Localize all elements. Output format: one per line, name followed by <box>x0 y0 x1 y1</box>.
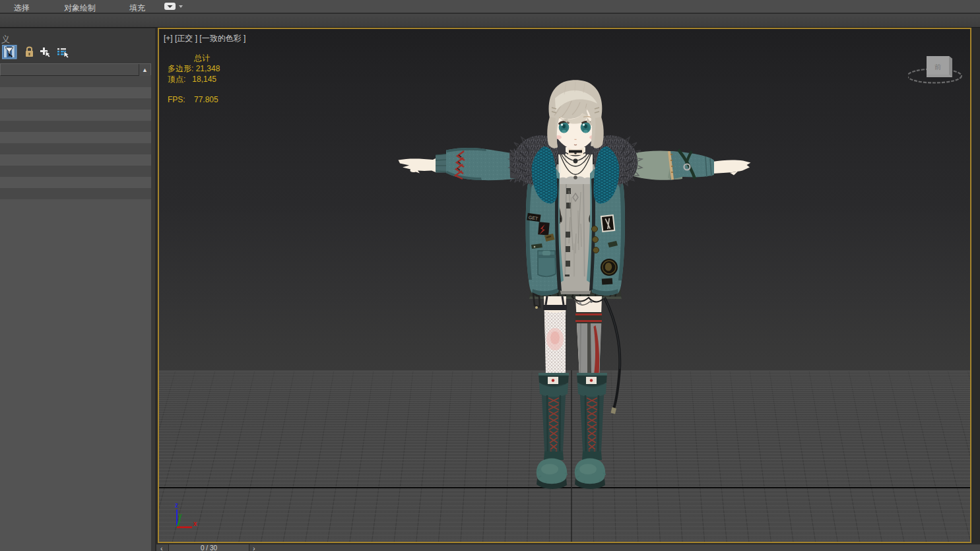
svg-text:前: 前 <box>934 63 941 71</box>
svg-text:y: y <box>178 512 182 519</box>
svg-text:x: x <box>193 520 197 527</box>
svg-text:z: z <box>175 502 178 509</box>
